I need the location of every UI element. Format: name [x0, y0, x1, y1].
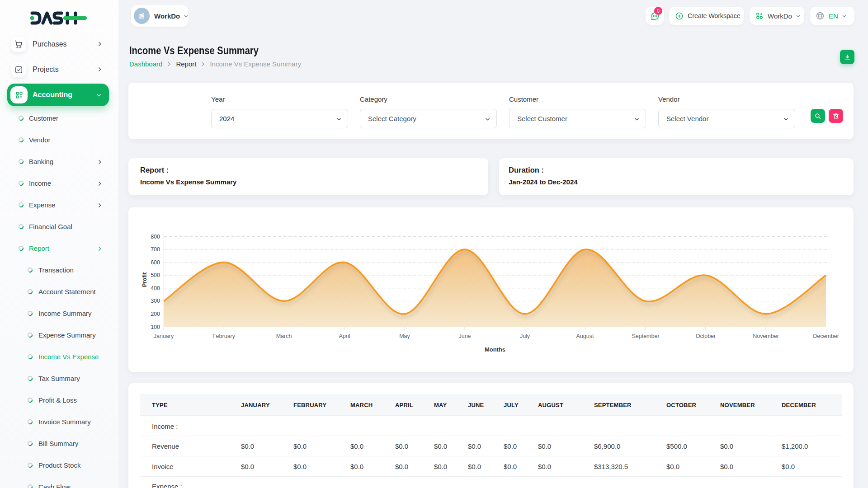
- svg-text:December: December: [813, 333, 839, 339]
- svg-text:October: October: [696, 333, 716, 339]
- svg-text:300: 300: [151, 298, 160, 304]
- svg-text:500: 500: [151, 272, 160, 278]
- svg-text:March: March: [276, 333, 292, 339]
- svg-text:700: 700: [151, 246, 160, 253]
- svg-text:100: 100: [151, 324, 160, 330]
- svg-text:November: November: [753, 333, 779, 339]
- svg-text:Profit: Profit: [142, 272, 148, 287]
- svg-text:February: February: [212, 333, 236, 339]
- svg-text:Months: Months: [485, 346, 505, 353]
- svg-text:400: 400: [151, 285, 160, 291]
- svg-text:September: September: [632, 333, 659, 339]
- svg-text:July: July: [520, 333, 530, 339]
- svg-text:600: 600: [151, 259, 160, 266]
- svg-text:200: 200: [151, 311, 160, 317]
- svg-text:May: May: [399, 333, 410, 339]
- svg-text:800: 800: [151, 234, 160, 240]
- svg-text:April: April: [339, 333, 350, 339]
- svg-text:June: June: [458, 333, 471, 339]
- svg-text:January: January: [154, 333, 174, 339]
- svg-text:August: August: [576, 333, 594, 339]
